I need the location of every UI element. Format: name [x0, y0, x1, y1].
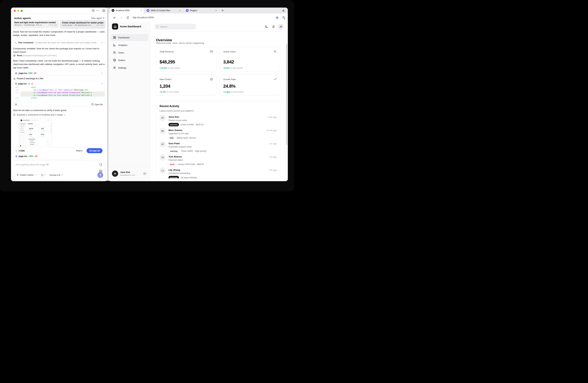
diff-header[interactable]: page.tsx +1 -1 — [13, 81, 105, 86]
browser-toolbar: http://localhost:3000/ — [108, 13, 288, 22]
warnings-text: Found 2 warnings in 1 file — [17, 77, 43, 80]
arrow-up-icon — [99, 174, 102, 176]
sun-icon[interactable] — [275, 16, 279, 20]
select-element-icon[interactable] — [99, 163, 103, 166]
add-context-chip[interactable]: + — [39, 173, 47, 178]
agent-preview: All good — localStorage: null, co… — [14, 24, 47, 26]
activity-desc: Upgraded to Pro plan — [168, 132, 189, 135]
code-token: <h1 — [33, 89, 38, 91]
edits-count: 1 Edit — [19, 149, 24, 152]
activity-name: Sara Patel — [168, 142, 180, 145]
lines-added: +294 — [28, 155, 33, 158]
new-agent-button[interactable]: New agent — [91, 17, 105, 20]
notifications-icon[interactable] — [272, 25, 275, 28]
read-step-row[interactable]: Read packages/ui/package.json (44 lines) — [13, 54, 57, 57]
ran-command-row[interactable]: Ran command: cd apps/web && pnpm dlx sha… — [13, 40, 105, 45]
diff-card: page.tsx +1 -1 220 <div> 221 <h1 classNa… — [13, 81, 105, 107]
activity-meta: success Order #10482 · $320.00 — [168, 123, 204, 126]
tab-skills-context[interactable]: Skills & Context files × — [145, 8, 182, 13]
screenshot-thumbnail[interactable]: Acme Dashboard Dashboard Analytics Users… — [19, 118, 52, 147]
localhost-favicon — [112, 9, 114, 12]
code-token: "text-sm text-muted-foreground" — [47, 91, 81, 93]
chevron-down-icon — [101, 72, 103, 74]
folder-icon — [41, 174, 43, 176]
activity-name: Lily Zhang — [168, 169, 180, 171]
activity-desc: Payment failed — [168, 159, 183, 161]
history-icon[interactable] — [92, 9, 95, 12]
remove-branch-icon[interactable]: × — [35, 174, 36, 176]
kpi-card-total-revenue: Total Revenue $48,295 +12.5%vs last mont… — [156, 47, 217, 72]
branch-chip[interactable]: shadcn-starter × — [15, 173, 38, 178]
desktop: Active agents New agent Dark and light m… — [0, 0, 294, 191]
kpi-value: $48,295 — [160, 59, 175, 65]
activity-meta: info Billing cycle: annual — [168, 136, 196, 140]
close-tab-icon[interactable]: × — [141, 9, 142, 12]
dashboard-main: JD Overview Welcome back, Jane. Here's w… — [150, 22, 288, 181]
tab-label: Plugins — [190, 9, 213, 12]
header-avatar[interactable]: JD — [278, 24, 284, 29]
sidebar-item-label: Settings — [118, 67, 126, 69]
minimize-window-button[interactable] — [17, 10, 19, 12]
code-token: Overview — [74, 89, 83, 91]
react-icon — [15, 83, 17, 85]
chevron-up-icon — [101, 83, 103, 85]
file-edit-pill[interactable]: page.tsx +294 -10 — [13, 71, 105, 75]
close-tab-icon[interactable]: × — [179, 9, 180, 12]
recent-activity-card: Recent Activity Latest events across you… — [156, 101, 280, 179]
dashboard-scroll: Overview Welcome back, Jane. Here's what… — [150, 31, 288, 181]
tab-localhost[interactable]: localhost:3000 × — [110, 8, 144, 13]
url-field[interactable]: http://localhost:3000/ — [133, 16, 154, 19]
status-badge: success — [168, 123, 179, 126]
more-options-icon[interactable] — [96, 9, 99, 12]
zoom-window-button[interactable] — [21, 10, 23, 12]
back-icon[interactable] — [113, 16, 116, 20]
sidebar-item-users[interactable]: Users — [111, 49, 148, 56]
claude-favicon — [186, 9, 189, 12]
accept-all-button[interactable]: Accept all — [86, 148, 103, 153]
devtools-icon[interactable] — [282, 16, 286, 20]
close-tab-icon[interactable]: × — [215, 9, 217, 12]
agent-card[interactable]: Dark and light mode requirements needed … — [13, 20, 59, 28]
send-button[interactable] — [97, 172, 103, 178]
warnings-row: Found 2 warnings in 1 file — [13, 77, 43, 80]
sidebar-item-dashboard[interactable]: Dashboard — [111, 34, 148, 41]
search-input[interactable] — [160, 25, 194, 28]
sidebar-item-orders[interactable]: Orders — [111, 57, 148, 64]
thumb-user-bar — [21, 146, 25, 146]
scrollbar-thumb[interactable] — [286, 44, 287, 145]
dark-mode-icon[interactable] — [265, 25, 268, 28]
search-box[interactable] — [155, 24, 196, 30]
status-badge: error — [168, 163, 176, 166]
reload-icon[interactable] — [126, 16, 129, 20]
activity-detail: Order #10482 · $320.00 — [181, 123, 204, 126]
user-avatar: N — [112, 171, 118, 177]
close-window-button[interactable] — [14, 10, 16, 12]
reject-button[interactable]: Reject — [75, 149, 84, 152]
bar-chart-icon — [113, 44, 116, 46]
kpi-card-new-orders: New Orders 1,204 +3.1%vs last month — [156, 74, 217, 95]
sidebar-item-settings[interactable]: Settings — [111, 64, 148, 71]
sidebar-item-analytics[interactable]: Analytics — [111, 42, 148, 48]
code-token: Welcome b — [82, 91, 92, 93]
activity-detail: Billing cycle: annual — [177, 137, 196, 139]
kpi-label: Growth Rate — [223, 78, 236, 81]
forward-icon[interactable] — [120, 16, 123, 20]
expand-lines-icon[interactable] — [15, 103, 17, 106]
edits-file-row[interactable]: page.tsx +294 -10 — [13, 154, 105, 159]
broom-icon[interactable] — [282, 9, 285, 12]
new-tab-button[interactable] — [221, 9, 224, 12]
open-file-button[interactable]: Open file — [91, 103, 103, 106]
page-subtitle: Welcome back, Jane. Here's what's happen… — [156, 42, 205, 44]
collapse-panel-icon[interactable] — [102, 9, 105, 12]
tab-plugins[interactable]: Plugins × — [184, 8, 218, 13]
diff-line-removed: 222 <p className="text-sm text-muted-for… — [13, 91, 105, 94]
terminal-icon — [15, 42, 17, 44]
model-selector[interactable]: Sonnet 4.6 — [49, 174, 63, 176]
logout-icon[interactable] — [143, 172, 147, 175]
explored-row[interactable]: Explored 1 screenshot on localhost and 1… — [13, 114, 66, 116]
composer-input[interactable]: Ask anything about this page ⌘l — [16, 163, 49, 166]
edits-header[interactable]: 1 Edit Reject Accept all — [13, 147, 105, 154]
agent-card-selected[interactable]: Create simple dashboard for starter proj… — [60, 20, 105, 29]
kpi-delta: +12.5%vs last month — [160, 67, 180, 69]
activity-detail: Ticket #5931 · High priority — [181, 150, 207, 152]
